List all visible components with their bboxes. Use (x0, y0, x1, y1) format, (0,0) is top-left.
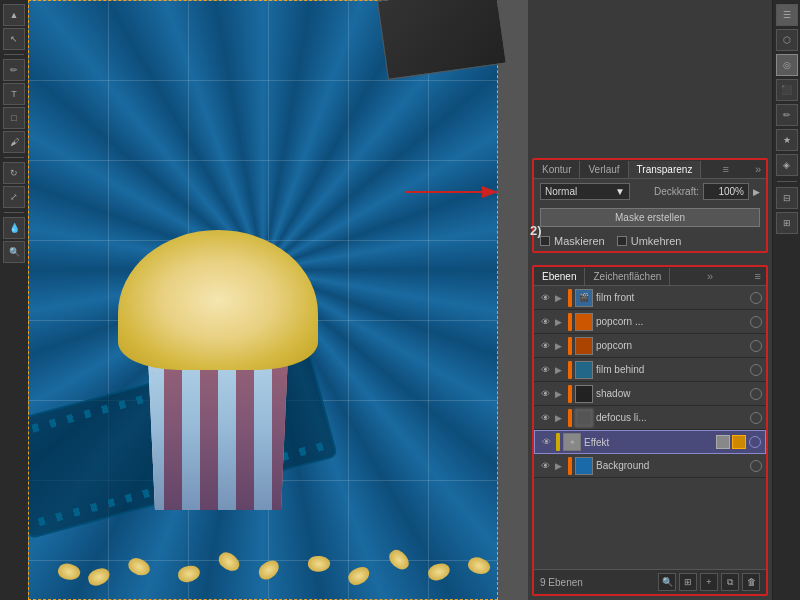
layer-expand-arrow[interactable]: ▶ (555, 365, 565, 375)
eye-icon[interactable]: 👁 (538, 411, 552, 425)
layer-expand-arrow[interactable]: ▶ (555, 317, 565, 327)
new-artboard-btn[interactable]: ⊞ (679, 573, 697, 591)
tab-ebenen[interactable]: Ebenen (534, 268, 585, 285)
mask-row: Maske erstellen (534, 204, 766, 231)
canvas-area (28, 0, 528, 600)
layers-panel-icon[interactable]: ≡ (750, 267, 766, 285)
left-toolbar: ▲ ↖ ✏ T □ 🖌 ↻ ⤢ 💧 🔍 (0, 0, 28, 600)
layer-row[interactable]: 👁 ▶ defocus li... (534, 406, 766, 430)
umkehren-label: Umkehren (631, 235, 682, 247)
popcorn-piece-2 (86, 566, 111, 587)
brushes-panel-toggle[interactable]: ✏ (776, 104, 798, 126)
separator-1 (4, 54, 24, 55)
layers-menu-icon[interactable]: » (702, 267, 718, 285)
layer-target-circle[interactable] (750, 316, 762, 328)
layer-thumb (575, 457, 593, 475)
swatches-panel-toggle[interactable]: ⬛ (776, 79, 798, 101)
align-panel-toggle[interactable]: ⊟ (776, 187, 798, 209)
delete-layer-btn[interactable]: 🗑 (742, 573, 760, 591)
rotate-tool[interactable]: ↻ (3, 162, 25, 184)
layers-panel: Ebenen Zeichenflächen » ≡ 👁 ▶ 🎬 film fro… (532, 265, 768, 596)
layer-row[interactable]: 👁 ▶ film behind (534, 358, 766, 382)
eye-icon[interactable]: 👁 (538, 363, 552, 377)
layer-thumb (575, 313, 593, 331)
layer-target-circle[interactable] (750, 292, 762, 304)
layer-color-bar (568, 337, 572, 355)
effekt-mask-square (732, 435, 746, 449)
layer-target-circle[interactable] (750, 364, 762, 376)
eye-icon[interactable]: 👁 (538, 387, 552, 401)
new-layer-btn[interactable]: + (700, 573, 718, 591)
mask-button[interactable]: Maske erstellen (540, 208, 760, 227)
popcorn-top (118, 230, 318, 370)
layer-row[interactable]: 👁 ▶ 🎬 film front (534, 286, 766, 310)
floor-popcorn (48, 530, 478, 590)
select-tool[interactable]: ▲ (3, 4, 25, 26)
popcorn-piece-6 (255, 558, 282, 583)
effekt-layer-name: Effekt (584, 437, 713, 448)
eye-icon[interactable]: 👁 (538, 339, 552, 353)
transparency-panel-toggle[interactable]: ◎ (776, 54, 798, 76)
shape-tool[interactable]: □ (3, 107, 25, 129)
tab-kontur[interactable]: Kontur (534, 161, 580, 178)
eye-icon[interactable]: 👁 (538, 291, 552, 305)
effekt-link-icon (716, 435, 730, 449)
popcorn-piece-7 (307, 554, 331, 574)
tab-transparenz[interactable]: Transparenz (629, 161, 702, 178)
layer-expand-arrow[interactable]: ▶ (555, 341, 565, 351)
paintbrush-tool[interactable]: 🖌 (3, 131, 25, 153)
layer-target-circle[interactable] (750, 388, 762, 400)
pathfinder-toggle[interactable]: ⊞ (776, 212, 798, 234)
blend-opacity-row: Normal ▼ Deckkraft: 100% ▶ (534, 179, 766, 204)
eye-icon[interactable]: 👁 (538, 315, 552, 329)
layer-target-circle[interactable] (749, 436, 761, 448)
opacity-stepper[interactable]: ▶ (753, 187, 760, 197)
pen-tool[interactable]: ✏ (3, 59, 25, 81)
popcorn-piece-3 (125, 554, 152, 580)
search-layers-btn[interactable]: 🔍 (658, 573, 676, 591)
transparency-panel-tabs: Kontur Verlauf Transparenz ≡ » (534, 160, 766, 179)
layer-name: defocus li... (596, 412, 747, 423)
layer-row[interactable]: 👁 ▶ popcorn ... (534, 310, 766, 334)
panel-menu-icon[interactable]: ≡ (717, 160, 733, 178)
layers-panel-toggle[interactable]: ☰ (776, 4, 798, 26)
eyedropper-tool[interactable]: 💧 (3, 217, 25, 239)
layer-row[interactable]: 👁 ▶ popcorn (534, 334, 766, 358)
symbols-panel-toggle[interactable]: ★ (776, 129, 798, 151)
layer-expand-arrow[interactable]: ▶ (555, 293, 565, 303)
effekt-layer-row[interactable]: 👁 ✦ Effekt (534, 430, 766, 454)
step-label: 2) (530, 223, 542, 238)
layers-list: 👁 ▶ 🎬 film front 👁 ▶ popcorn ... (534, 286, 766, 569)
popcorn-piece-4 (177, 565, 200, 583)
layer-expand-arrow[interactable]: ▶ (555, 389, 565, 399)
graphic-styles-toggle[interactable]: ◈ (776, 154, 798, 176)
eye-icon[interactable]: 👁 (539, 435, 553, 449)
popcorn-piece-10 (427, 562, 451, 582)
layer-expand-arrow[interactable]: ▶ (555, 413, 565, 423)
layer-expand-arrow[interactable]: ▶ (555, 461, 565, 471)
layer-row[interactable]: 👁 ▶ shadow (534, 382, 766, 406)
transparency-panel: Kontur Verlauf Transparenz ≡ » Normal ▼ … (532, 158, 768, 253)
duplicate-layer-btn[interactable]: ⧉ (721, 573, 739, 591)
scale-tool[interactable]: ⤢ (3, 186, 25, 208)
layer-target-circle[interactable] (750, 460, 762, 472)
blend-mode-dropdown[interactable]: Normal ▼ (540, 183, 630, 200)
type-tool[interactable]: T (3, 83, 25, 105)
popcorn-piece-9 (386, 546, 412, 573)
layer-target-circle[interactable] (750, 340, 762, 352)
layer-target-circle[interactable] (750, 412, 762, 424)
layer-name: shadow (596, 388, 747, 399)
appearance-panel-toggle[interactable]: ⬡ (776, 29, 798, 51)
opacity-value[interactable]: 100% (703, 183, 749, 200)
layer-name: popcorn (596, 340, 747, 351)
direct-select-tool[interactable]: ↖ (3, 28, 25, 50)
blend-mode-value: Normal (545, 186, 577, 197)
layers-panel-tabs: Ebenen Zeichenflächen » ≡ (534, 267, 766, 286)
layer-row[interactable]: 👁 ▶ Background (534, 454, 766, 478)
umkehren-checkbox[interactable] (617, 236, 627, 246)
panel-collapse-icon[interactable]: » (750, 160, 766, 178)
tab-verlauf[interactable]: Verlauf (580, 161, 628, 178)
tab-zeichenflachen[interactable]: Zeichenflächen (585, 268, 670, 285)
zoom-tool[interactable]: 🔍 (3, 241, 25, 263)
eye-icon[interactable]: 👁 (538, 459, 552, 473)
